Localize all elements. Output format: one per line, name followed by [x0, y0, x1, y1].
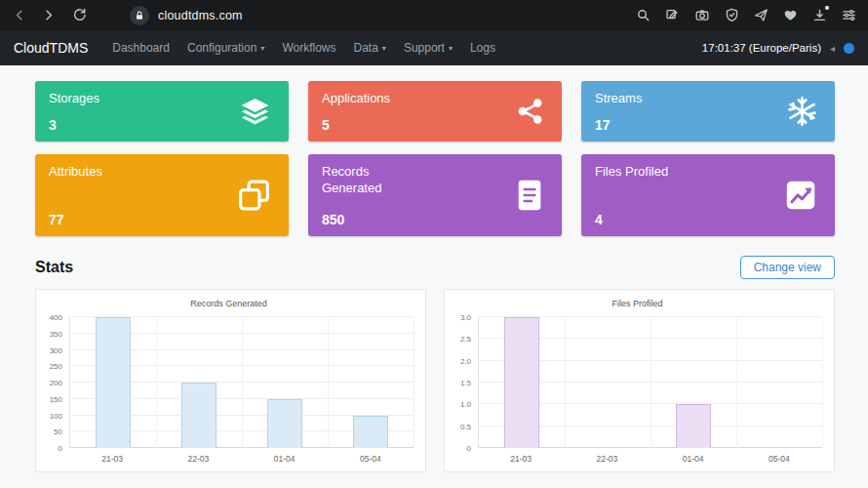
card-storages: Storages 3 [35, 81, 289, 142]
nav-item-configuration[interactable]: Configuration▾ [178, 41, 273, 55]
bar-01-04 [267, 399, 301, 448]
snowflake-icon [786, 96, 818, 128]
nav-label: Data [354, 41, 378, 55]
address-bar[interactable]: cloudtdms.com [130, 6, 243, 25]
bar-01-04 [676, 404, 710, 448]
x-tick-label: 21-03 [478, 454, 564, 464]
browser-chrome: cloudtdms.com [0, 0, 868, 30]
nav-label: Configuration [187, 41, 256, 55]
files-profiled-chart: Files Profiled 00.51.01.52.02.53.0 21-03… [444, 289, 835, 472]
nav-item-logs[interactable]: Logs [461, 41, 504, 55]
file-text-icon [514, 178, 545, 213]
nav-item-data[interactable]: Data▾ [345, 41, 395, 55]
bar-22-03 [181, 383, 216, 448]
refresh-icon[interactable] [72, 8, 87, 22]
card-applications: Applications 5 [308, 81, 562, 142]
card-files-profiled: Files Profiled 4 [581, 154, 835, 236]
x-tick-label: 21-03 [69, 454, 155, 464]
bar-21-03 [96, 317, 130, 448]
nav-item-workflows[interactable]: Workflows [273, 41, 344, 55]
plot-area [478, 317, 822, 448]
chart-line-icon [783, 178, 818, 213]
card-value: 4 [595, 212, 821, 227]
clone-icon [236, 178, 272, 214]
camera-icon[interactable] [694, 8, 710, 22]
nav-label: Dashboard [112, 41, 170, 55]
bar-05-04 [353, 416, 387, 449]
x-tick-label: 22-03 [564, 454, 650, 464]
card-attributes: Attributes 77 [35, 154, 289, 236]
y-axis: 050100150200250300350400 [44, 317, 69, 448]
card-value: 850 [322, 212, 548, 227]
card-title: Files Profiled [595, 164, 704, 181]
y-axis: 00.51.01.52.02.53.0 [453, 317, 478, 448]
nav-label: Workflows [282, 41, 335, 55]
chevron-down-icon: ▾ [449, 44, 453, 53]
x-tick-label: 22-03 [155, 454, 241, 464]
lock-icon[interactable] [130, 6, 149, 25]
chevron-down-icon: ▾ [382, 44, 386, 53]
brand-logo[interactable]: CloudTDMS [14, 40, 88, 56]
card-streams: Streams 17 [581, 81, 835, 142]
x-tick-label: 05-04 [328, 454, 414, 464]
download-badge [825, 6, 829, 10]
navbar-right: 17:01:37 (Europe/Paris) ◂ [702, 42, 854, 54]
chevron-left-icon[interactable]: ◂ [830, 43, 835, 54]
bar-21-03 [504, 317, 538, 448]
download-icon[interactable] [812, 8, 827, 22]
back-icon[interactable] [12, 8, 26, 22]
favorite-heart-icon[interactable] [783, 8, 798, 22]
change-view-button[interactable]: Change view [740, 256, 835, 279]
send-icon[interactable] [754, 8, 769, 22]
browser-toolbar [636, 8, 856, 22]
charts-section: Records Generated 0501001502002503003504… [35, 289, 835, 472]
shield-icon[interactable] [725, 8, 739, 22]
card-title: Applications [322, 91, 548, 107]
plot-area [69, 317, 414, 448]
summary-cards: Storages 3 Applications 5 Streams [35, 81, 835, 236]
nodes-icon [516, 97, 545, 126]
card-title: Records Generated [322, 164, 431, 197]
clock-display: 17:01:37 (Europe/Paris) [702, 42, 821, 54]
chart-title: Records Generated [44, 299, 414, 308]
stats-header: Stats Change view [35, 256, 835, 279]
nav-item-support[interactable]: Support▾ [395, 41, 461, 55]
card-records-generated: Records Generated 850 [308, 154, 562, 236]
search-icon[interactable] [636, 8, 651, 22]
forward-icon[interactable] [42, 8, 57, 22]
chart-title: Files Profiled [453, 299, 822, 308]
stats-heading: Stats [35, 259, 73, 276]
x-tick-label: 01-04 [242, 454, 328, 464]
url-text[interactable]: cloudtdms.com [158, 9, 243, 22]
x-axis: 21-0322-0301-0405-04 [69, 448, 414, 464]
x-tick-label: 01-04 [651, 454, 736, 464]
app-navbar: CloudTDMS Dashboard Configuration▾ Workf… [0, 30, 868, 65]
chevron-down-icon: ▾ [260, 44, 264, 53]
dashboard-content: Storages 3 Applications 5 Streams [0, 65, 868, 472]
settings-sliders-icon[interactable] [842, 8, 856, 22]
records-generated-chart: Records Generated 0501001502002503003504… [35, 289, 426, 472]
x-axis: 21-0322-0301-0405-04 [478, 448, 822, 464]
layers-icon [238, 95, 272, 129]
card-value: 77 [49, 212, 275, 227]
x-tick-label: 05-04 [736, 454, 822, 464]
nav-item-dashboard[interactable]: Dashboard [103, 41, 178, 55]
status-indicator[interactable] [844, 43, 854, 54]
screenshot-edit-icon[interactable] [665, 8, 680, 22]
card-title: Attributes [49, 164, 158, 181]
card-value: 5 [322, 117, 548, 133]
nav-label: Support [404, 41, 445, 55]
nav-label: Logs [470, 41, 495, 55]
